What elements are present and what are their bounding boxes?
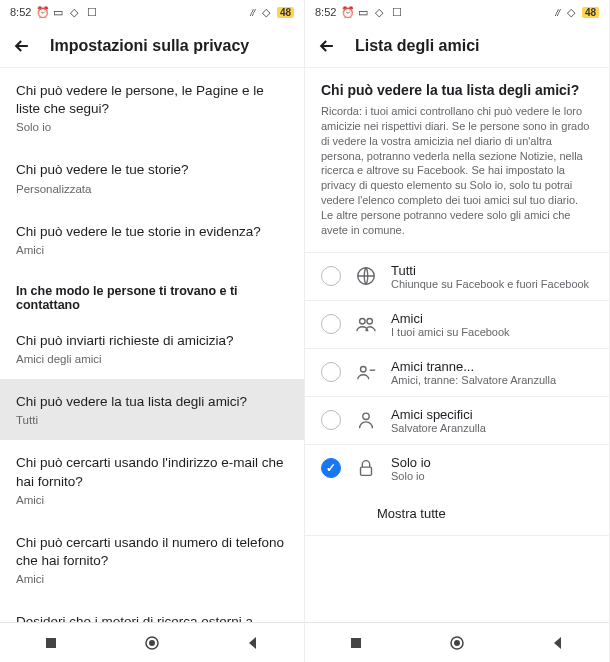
option-sub: Chiunque su Facebook e fuori Facebook <box>391 278 593 290</box>
option-title: Amici <box>391 311 593 326</box>
row-sub: Solo io <box>16 121 288 133</box>
svg-rect-0 <box>46 638 56 648</box>
row-title: Chi può cercarti usando l'indirizzo e-ma… <box>16 454 288 490</box>
row-title: Chi può cercarti usando il numero di tel… <box>16 534 288 570</box>
row-sub: Amici <box>16 244 288 256</box>
info-text: Ricorda: i tuoi amici controllano chi pu… <box>321 104 593 238</box>
settings-list: Chi può vedere le persone, le Pagine e l… <box>0 68 304 622</box>
show-all-button[interactable]: Mostra tutte <box>305 492 609 536</box>
privacy-row[interactable]: Desideri che i motori di ricerca esterni… <box>0 599 304 622</box>
nav-home-icon[interactable] <box>449 635 465 651</box>
svg-point-7 <box>363 413 369 419</box>
radio-icon[interactable] <box>321 362 341 382</box>
section-header: In che modo le persone ti trovano e ti c… <box>0 270 304 318</box>
privacy-row-friends-list[interactable]: Chi può vedere la tua lista degli amici?… <box>0 379 304 440</box>
nav-recent-icon[interactable] <box>43 635 59 651</box>
wifi-icon: ◇ <box>567 6 579 18</box>
privacy-row[interactable]: Chi può cercarti usando l'indirizzo e-ma… <box>0 440 304 519</box>
row-sub: Tutti <box>16 414 288 426</box>
globe-icon <box>355 265 377 287</box>
row-title: Desideri che i motori di ricerca esterni… <box>16 613 288 622</box>
nav-back-icon[interactable] <box>550 635 566 651</box>
option-sub: Solo io <box>391 470 593 482</box>
phone-right: 8:52 ⏰ ▭ ◇ ☐ ⫽ ◇ 48 Lista degli amici Ch… <box>305 0 610 662</box>
option-title: Amici specifici <box>391 407 593 422</box>
option-public[interactable]: Tutti Chiunque su Facebook e fuori Faceb… <box>305 252 609 300</box>
row-title: Chi può vedere le tue storie? <box>16 161 288 179</box>
privacy-row[interactable]: Chi può vedere le tue storie? Personaliz… <box>0 147 304 208</box>
status-bar: 8:52 ⏰ ▭ ◇ ☐ ⫽ ◇ 48 <box>0 0 304 24</box>
back-icon[interactable] <box>317 36 337 56</box>
option-friends[interactable]: Amici I tuoi amici su Facebook <box>305 300 609 348</box>
nav-recent-icon[interactable] <box>348 635 364 651</box>
back-icon[interactable] <box>12 36 32 56</box>
whatsapp-icon: ◇ <box>70 6 82 18</box>
info-title: Chi può vedere la tua lista degli amici? <box>321 82 593 98</box>
option-sub: I tuoi amici su Facebook <box>391 326 593 338</box>
radio-icon[interactable] <box>321 266 341 286</box>
privacy-row[interactable]: Chi può vedere le persone, le Pagine e l… <box>0 68 304 147</box>
option-title: Amici tranne... <box>391 359 593 374</box>
svg-point-6 <box>361 367 367 373</box>
signal-icon: ⫽ <box>552 6 564 18</box>
row-sub: Amici <box>16 494 288 506</box>
battery-badge: 48 <box>582 7 599 18</box>
nav-back-icon[interactable] <box>245 635 261 651</box>
header: Impostazioni sulla privacy <box>0 24 304 68</box>
message-icon: ☐ <box>87 6 99 18</box>
wifi-icon: ◇ <box>262 6 274 18</box>
message-icon: ☐ <box>392 6 404 18</box>
radio-icon[interactable] <box>321 314 341 334</box>
row-title: Chi può vedere le persone, le Pagine e l… <box>16 82 288 118</box>
privacy-row[interactable]: Chi può cercarti usando il numero di tel… <box>0 520 304 599</box>
row-title: Chi può vedere la tua lista degli amici? <box>16 393 288 411</box>
option-title: Tutti <box>391 263 593 278</box>
page-title: Lista degli amici <box>355 37 479 55</box>
status-bar: 8:52 ⏰ ▭ ◇ ☐ ⫽ ◇ 48 <box>305 0 609 24</box>
status-time: 8:52 <box>10 6 31 18</box>
option-sub: Amici, tranne: Salvatore Aranzulla <box>391 374 593 386</box>
header: Lista degli amici <box>305 24 609 68</box>
option-sub: Salvatore Aranzulla <box>391 422 593 434</box>
radio-icon-checked[interactable] <box>321 458 341 478</box>
row-title: Chi può inviarti richieste di amicizia? <box>16 332 288 350</box>
svg-point-4 <box>360 319 366 325</box>
alarm-icon: ⏰ <box>341 6 353 18</box>
nav-bar <box>305 622 609 662</box>
friends-except-icon <box>355 361 377 383</box>
option-friends-except[interactable]: Amici tranne... Amici, tranne: Salvatore… <box>305 348 609 396</box>
privacy-row[interactable]: Chi può vedere le tue storie in evidenza… <box>0 209 304 270</box>
options-content: Chi può vedere la tua lista degli amici?… <box>305 68 609 622</box>
svg-point-2 <box>149 640 155 646</box>
svg-point-5 <box>367 319 373 325</box>
alarm-icon: ⏰ <box>36 6 48 18</box>
svg-rect-9 <box>351 638 361 648</box>
row-sub: Amici <box>16 573 288 585</box>
svg-point-11 <box>454 640 460 646</box>
nav-home-icon[interactable] <box>144 635 160 651</box>
phone-left: 8:52 ⏰ ▭ ◇ ☐ ⫽ ◇ 48 Impostazioni sulla p… <box>0 0 305 662</box>
signal-icon: ⫽ <box>247 6 259 18</box>
nav-bar <box>0 622 304 662</box>
page-title: Impostazioni sulla privacy <box>50 37 249 55</box>
status-time: 8:52 <box>315 6 336 18</box>
row-title: Chi può vedere le tue storie in evidenza… <box>16 223 288 241</box>
calendar-icon: ▭ <box>53 6 65 18</box>
calendar-icon: ▭ <box>358 6 370 18</box>
battery-badge: 48 <box>277 7 294 18</box>
option-only-me[interactable]: Solo io Solo io <box>305 444 609 492</box>
row-sub: Personalizzata <box>16 183 288 195</box>
radio-icon[interactable] <box>321 410 341 430</box>
person-icon <box>355 409 377 431</box>
friends-icon <box>355 313 377 335</box>
privacy-row[interactable]: Chi può inviarti richieste di amicizia? … <box>0 318 304 379</box>
row-sub: Amici degli amici <box>16 353 288 365</box>
svg-rect-8 <box>361 467 372 475</box>
lock-icon <box>355 457 377 479</box>
option-specific-friends[interactable]: Amici specifici Salvatore Aranzulla <box>305 396 609 444</box>
option-title: Solo io <box>391 455 593 470</box>
whatsapp-icon: ◇ <box>375 6 387 18</box>
info-block: Chi può vedere la tua lista degli amici?… <box>305 68 609 252</box>
